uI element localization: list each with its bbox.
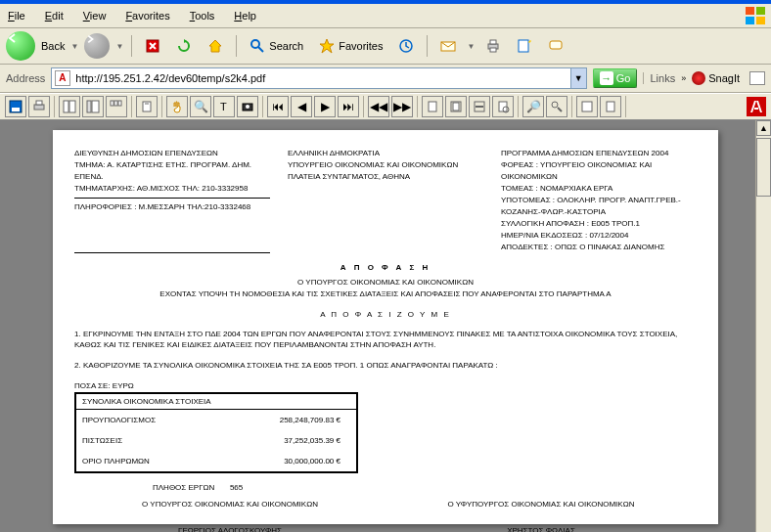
table-row: ΟΡΙΟ ΠΛΗΡΩΜΩΝ30,000,000.00 € bbox=[76, 451, 356, 471]
sig-right-name: ΧΡΗΣΤΟΣ ΦΩΛΙΑΣ bbox=[386, 526, 697, 532]
hdr-r6: ΗΜΕΡ/ΝΙΑ ΕΚΔΟΣΕΩΣ : 07/12/2004 bbox=[501, 230, 697, 242]
fin-header: ΣΥΝΟΛΙΚΑ ΟΙΚΟΝΟΜΙΚΑ ΣΤΟΙΧΕΙΑ bbox=[76, 394, 356, 410]
svg-rect-20 bbox=[87, 101, 91, 112]
acro-zoomin-button[interactable]: 🔍 bbox=[190, 96, 211, 117]
menu-tools[interactable]: Tools bbox=[186, 8, 219, 23]
print-button[interactable] bbox=[480, 35, 506, 57]
home-button[interactable] bbox=[203, 35, 228, 57]
hdr-r2: ΦΟΡΕΑΣ : ΥΠΟΥΡΓΕΙΟ ΟΙΚΟΝΟΜΙΑΣ ΚΑΙ ΟΙΚΟΝΟ… bbox=[501, 159, 697, 183]
windows-logo-icon bbox=[744, 6, 767, 25]
mail-dropdown-icon[interactable]: ▼ bbox=[467, 42, 475, 51]
hdr-r3: ΤΟΜΕΑΣ : ΝΟΜΑΡΧΙΑΚΑ ΕΡΓΑ bbox=[501, 183, 697, 195]
acro-first-button[interactable]: ⏮ bbox=[267, 96, 289, 117]
discuss-button[interactable] bbox=[543, 35, 568, 57]
svg-rect-38 bbox=[582, 102, 592, 111]
acro-print-button[interactable] bbox=[28, 96, 50, 117]
address-input[interactable] bbox=[73, 70, 569, 86]
snagit-icon bbox=[692, 71, 705, 85]
address-bar: Address ▼ → Go Links » SnagIt bbox=[0, 65, 771, 93]
menu-help[interactable]: Help bbox=[230, 8, 260, 23]
pdf-page: ΔΙΕΥΘΥΝΣΗ ΔΗΜΟΣΙΩΝ ΕΠΕΝΔΥΣΕΩΝ ΤΜΗΜΑ: Α. … bbox=[53, 130, 718, 524]
svg-rect-21 bbox=[92, 101, 99, 112]
scroll-thumb[interactable] bbox=[756, 138, 771, 197]
decision-title: Α Π Ο Φ Α Σ Η bbox=[74, 263, 697, 272]
hdr-l4: ΠΛΗΡΟΦΟΡΙΕΣ : Μ.ΜΕΣΣΑΡΗ ΤΗΛ:210-3332468 bbox=[74, 201, 270, 213]
header-left: ΔΙΕΥΘΥΝΣΗ ΔΗΜΟΣΙΩΝ ΕΠΕΝΔΥΣΕΩΝ ΤΜΗΜΑ: Α. … bbox=[74, 148, 270, 253]
acro-actual-button[interactable] bbox=[422, 96, 443, 117]
acro-textselect-button[interactable]: T bbox=[213, 96, 235, 117]
favorites-button[interactable]: Favorites bbox=[314, 35, 387, 57]
links-label[interactable]: Links bbox=[643, 72, 675, 84]
svg-line-37 bbox=[558, 108, 562, 111]
snagit-button[interactable]: SnagIt bbox=[692, 71, 740, 85]
menu-edit[interactable]: Edit bbox=[41, 8, 68, 23]
address-dropdown-icon[interactable]: ▼ bbox=[570, 68, 586, 88]
svg-rect-10 bbox=[490, 40, 496, 44]
go-arrow-icon: → bbox=[600, 71, 613, 85]
acro-fitwidth-button[interactable] bbox=[469, 96, 490, 117]
nav-toolbar: Back ▼ ▼ Search Favorites ▼ bbox=[0, 28, 771, 65]
acro-prevview-button[interactable]: ◀◀ bbox=[368, 96, 389, 117]
table-row: ΠΡΟΥΠΟΛΟΓΙΣΜΟΣ258,248,709.83 € bbox=[76, 410, 356, 430]
decide-title: Α Π Ο Φ Α Σ Ι Ζ Ο Υ Μ Ε bbox=[74, 310, 697, 319]
svg-rect-24 bbox=[118, 101, 121, 106]
go-button[interactable]: → Go bbox=[593, 68, 638, 88]
document-viewport: ΔΙΕΥΘΥΝΣΗ ΔΗΜΟΣΙΩΝ ΕΠΕΝΔΥΣΕΩΝ ΤΜΗΜΑ: Α. … bbox=[0, 120, 771, 532]
hdr-r4: ΥΠΟΤΟΜΕΑΣ : ΟΛΟΚΛΗΡ. ΠΡΟΓΡ. ΑΝΑΠΤ.ΓΡΕΒ.-… bbox=[501, 195, 697, 218]
financial-table: ΣΥΝΟΛΙΚΑ ΟΙΚΟΝΟΜΙΚΑ ΣΤΟΙΧΕΙΑ ΠΡΟΥΠΟΛΟΓΙΣ… bbox=[74, 392, 358, 473]
acro-search-button[interactable] bbox=[546, 96, 567, 117]
scroll-up-icon[interactable]: ▲ bbox=[756, 120, 771, 136]
back-button[interactable] bbox=[6, 31, 35, 61]
vertical-scrollbar[interactable]: ▲ bbox=[755, 120, 771, 532]
svg-rect-1 bbox=[756, 7, 765, 15]
table-row: ΠΙΣΤΩΣΕΙΣ37,252,035.39 € bbox=[76, 430, 356, 451]
menu-favorites[interactable]: Favorites bbox=[121, 8, 173, 23]
acro-prev-button[interactable]: ◀ bbox=[291, 96, 312, 117]
svg-rect-30 bbox=[429, 102, 436, 111]
svg-rect-3 bbox=[756, 17, 765, 24]
hdr-c1: ΕΛΛΗΝΙΚΗ ΔΗΜΟΚΡΑΤΙΑ bbox=[288, 148, 483, 159]
acro-save-button[interactable] bbox=[5, 96, 26, 117]
acro-bookmarks-button[interactable] bbox=[82, 96, 104, 117]
acro-fitpage-button[interactable] bbox=[445, 96, 467, 117]
svg-point-29 bbox=[246, 105, 249, 109]
forward-dropdown-icon[interactable]: ▼ bbox=[115, 42, 123, 51]
acro-find-button[interactable]: 🔎 bbox=[522, 96, 544, 117]
acro-expand-button[interactable] bbox=[576, 96, 598, 117]
acro-hand-button[interactable] bbox=[166, 96, 188, 117]
acro-nextview-button[interactable]: ▶▶ bbox=[391, 96, 413, 117]
acro-snapshot-button[interactable] bbox=[237, 96, 258, 117]
search-button[interactable]: Search bbox=[245, 35, 308, 57]
posa-label: ΠΟΣΑ ΣΕ: ΕΥΡΩ bbox=[74, 381, 697, 390]
acro-thumbs-button[interactable] bbox=[59, 96, 80, 117]
acro-layers-button[interactable] bbox=[106, 96, 127, 117]
stop-button[interactable] bbox=[140, 35, 165, 57]
svg-point-36 bbox=[552, 102, 558, 108]
menu-view[interactable]: View bbox=[79, 8, 111, 23]
acro-select-button[interactable] bbox=[136, 96, 158, 117]
acro-next-button[interactable]: ▶ bbox=[314, 96, 336, 117]
hdr-r5: ΣΥΛΛΟΓΙΚΗ ΑΠΟΦΑΣΗ : E005 ΤΡΟΠ.1 bbox=[501, 218, 697, 230]
hdr-c3: ΠΛΑΤΕΙΑ ΣΥΝΤΑΓΜΑΤΟΣ, ΑΘΗΝΑ bbox=[288, 171, 483, 183]
acro-ebook-button[interactable] bbox=[600, 96, 621, 117]
hdr-l2: ΤΜΗΜΑ: Α. ΚΑΤΑΡΤΙΣΗΣ ΕΤΗΣ. ΠΡΟΓΡΑΜ. ΔΗΜ.… bbox=[74, 159, 270, 183]
address-combo[interactable]: ▼ bbox=[51, 67, 586, 89]
menu-file[interactable]: File bbox=[4, 8, 29, 23]
edit-button[interactable] bbox=[512, 35, 537, 57]
refresh-button[interactable] bbox=[171, 35, 197, 57]
adobe-logo-icon bbox=[746, 96, 767, 117]
back-dropdown-icon[interactable]: ▼ bbox=[70, 42, 78, 51]
snagit-window-icon[interactable] bbox=[749, 71, 765, 85]
hdr-l1: ΔΙΕΥΘΥΝΣΗ ΔΗΜΟΣΙΩΝ ΕΠΕΝΔΥΣΕΩΝ bbox=[74, 148, 270, 159]
links-chevron-icon[interactable]: » bbox=[681, 73, 686, 83]
menu-bar: File Edit View Favorites Tools Help bbox=[0, 4, 771, 28]
acro-last-button[interactable]: ⏭ bbox=[338, 96, 359, 117]
para-2: 2. ΚΑΘΟΡΙΖΟΥΜΕ ΤΑ ΣΥΝΟΛΙΚΑ ΟΙΚΟΝΟΜΙΚΑ ΣΤ… bbox=[74, 360, 697, 371]
back-label[interactable]: Back bbox=[41, 40, 65, 52]
sig-left-name: ΓΕΩΡΓΙΟΣ ΑΛΟΓΟΣΚΟΥΦΗΣ bbox=[74, 526, 386, 532]
history-button[interactable] bbox=[393, 35, 419, 57]
address-label: Address bbox=[6, 72, 45, 84]
mail-button[interactable] bbox=[435, 35, 461, 57]
svg-rect-32 bbox=[453, 103, 459, 111]
acro-reflow-button[interactable] bbox=[492, 96, 514, 117]
